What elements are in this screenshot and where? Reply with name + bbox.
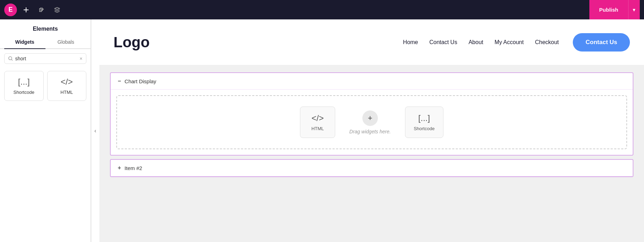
sidebar-search-container: × [4,53,86,64]
accordion-item-1: − Chart Display </> HTML + Drag widgets … [110,72,633,156]
publish-area: Publish ▾ [589,0,640,19]
publish-chevron-button[interactable]: ▾ [628,0,640,19]
accordion-title-2: Item #2 [124,165,142,171]
top-bar: E Publish ▾ [0,0,644,19]
elementor-logo[interactable]: E [4,4,17,16]
nav-links: Home Contact Us About My Account Checkou… [403,39,559,46]
settings-button[interactable] [35,4,48,16]
shortcode-label: Shortcode [13,90,34,95]
add-element-button[interactable] [20,4,32,16]
page-content: − Chart Display </> HTML + Drag widgets … [99,65,644,242]
html-label: HTML [61,90,73,95]
tab-widgets[interactable]: Widgets [4,36,45,49]
drop-shortcode-icon: [...] [418,113,430,123]
top-bar-left: E [4,4,63,16]
drop-html-label: HTML [311,126,324,131]
sidebar-title: Elements [0,19,91,36]
drop-widget-shortcode[interactable]: [...] Shortcode [405,107,443,138]
accordion-header-2[interactable]: + Item #2 [111,160,633,176]
nav-cta-button[interactable]: Contact Us [573,33,630,52]
accordion-title-1: Chart Display [124,78,156,84]
search-clear-button[interactable]: × [80,56,82,61]
nav-link-about[interactable]: About [468,39,483,46]
widgets-grid: [...] Shortcode </> HTML [0,68,91,104]
nav-bar: Logo Home Contact Us About My Account Ch… [99,19,644,65]
drop-hint: Drag widgets here. [349,129,391,134]
search-input[interactable] [15,56,78,61]
widget-html[interactable]: </> HTML [47,71,87,101]
drop-html-icon: </> [312,113,324,123]
tab-globals[interactable]: Globals [45,36,87,49]
publish-button[interactable]: Publish [589,0,628,19]
accordion-icon-2: + [118,165,121,171]
svg-point-0 [9,57,12,60]
drop-shortcode-label: Shortcode [414,126,435,131]
nav-link-my-account[interactable]: My Account [495,39,524,46]
site-logo: Logo [114,34,150,51]
nav-link-checkout[interactable]: Checkout [535,39,559,46]
drop-center: + Drag widgets here. [349,110,391,134]
layers-button[interactable] [51,4,63,16]
widget-shortcode[interactable]: [...] Shortcode [4,71,44,101]
sidebar: Elements Widgets Globals × [...] Shortco… [0,19,91,242]
search-icon [8,56,13,61]
accordion-header-1[interactable]: − Chart Display [111,73,633,90]
accordion-item-2: + Item #2 [110,159,633,177]
accordion-icon-1: − [118,78,121,84]
drop-widget-html[interactable]: </> HTML [300,107,335,138]
drop-add-button[interactable]: + [362,110,378,126]
sidebar-tabs: Widgets Globals [0,36,91,49]
canvas-area: Logo Home Contact Us About My Account Ch… [99,19,644,242]
sidebar-collapse-button[interactable]: ‹ [91,19,99,242]
shortcode-icon: [...] [18,77,30,87]
drop-zone-1[interactable]: </> HTML + Drag widgets here. [...] Shor… [116,95,627,149]
nav-link-home[interactable]: Home [403,39,418,46]
nav-link-contact[interactable]: Contact Us [429,39,457,46]
accordion-body-1: </> HTML + Drag widgets here. [...] Shor… [111,90,633,155]
html-icon: </> [61,77,73,87]
main-layout: Elements Widgets Globals × [...] Shortco… [0,19,644,242]
